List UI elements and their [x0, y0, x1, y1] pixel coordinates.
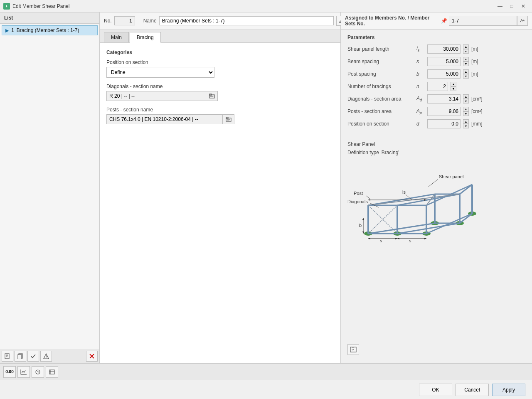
tab-main[interactable]: Main	[104, 32, 129, 42]
assigned-action-button[interactable]	[517, 16, 528, 26]
posts-area-up[interactable]: ▲	[463, 107, 469, 111]
assigned-label: Assigned to Members No. / Member Sets No…	[345, 15, 437, 27]
title-bar: ✦ Edit Member Shear Panel — □ ✕	[0, 0, 532, 12]
svg-text:s: s	[380, 238, 382, 243]
num-bracings-down[interactable]: ▼	[451, 86, 456, 91]
svg-line-74	[352, 349, 353, 350]
num-bracings-input[interactable]	[427, 82, 448, 91]
tab-bracing[interactable]: Bracing	[130, 32, 161, 43]
assigned-input[interactable]	[449, 16, 517, 26]
pos-section-up[interactable]: ▲	[463, 119, 469, 124]
diag-area-down[interactable]: ▼	[463, 99, 469, 103]
new-item-button[interactable]	[2, 351, 13, 362]
svg-text:Diagonals: Diagonals	[347, 199, 368, 204]
bottom-tool-3[interactable]	[32, 366, 44, 378]
pos-section-label: Position on section	[347, 121, 414, 127]
bottom-tool-1[interactable]: 0.00	[3, 366, 16, 378]
posts-input[interactable]	[106, 114, 223, 124]
no-input[interactable]	[114, 16, 135, 25]
form-content: Categories Position on section Define Di…	[100, 43, 340, 363]
posts-area-input[interactable]	[427, 107, 461, 116]
diagram-svg: b s s Shear panel ls	[347, 160, 485, 243]
bottom-tool-2[interactable]	[17, 366, 30, 378]
list-item[interactable]: ▶ 1 Bracing (Member Sets : 1-7)	[2, 25, 98, 35]
post-spacing-sym: b	[416, 71, 425, 77]
beam-spacing-unit: [m]	[471, 59, 478, 64]
warning-button[interactable]	[40, 351, 52, 362]
shear-length-up[interactable]: ▲	[463, 44, 469, 49]
shear-length-input[interactable]	[427, 44, 461, 54]
assigned-bar: Assigned to Members No. / Member Sets No…	[341, 12, 532, 30]
categories-title: Categories	[106, 49, 334, 55]
post-spacing-input[interactable]	[427, 69, 461, 79]
parameters-panel: Parameters Shear panel length ls ▲ ▼ [m]…	[341, 30, 532, 137]
check-button[interactable]	[27, 351, 39, 362]
svg-marker-54	[362, 232, 364, 234]
diagonals-input[interactable]	[106, 91, 206, 101]
position-label: Position on section	[106, 59, 334, 65]
posts-area-down[interactable]: ▼	[463, 111, 469, 116]
apply-button[interactable]: Apply	[492, 384, 525, 396]
diag-area-sym: Ad	[416, 96, 425, 102]
pos-section-input[interactable]	[427, 119, 461, 128]
pos-section-spinners: ▲ ▼	[463, 119, 469, 128]
name-input[interactable]	[159, 16, 334, 25]
beam-spacing-up[interactable]: ▲	[463, 57, 469, 62]
beam-spacing-down[interactable]: ▼	[463, 62, 469, 66]
list-item-icon: ▶	[5, 28, 9, 33]
shear-length-spinners: ▲ ▼	[463, 44, 469, 54]
pos-section-row: Position on section d ▲ ▼ [mm]	[347, 119, 525, 128]
no-group: No.	[104, 16, 135, 25]
position-row: Position on section Define	[106, 59, 334, 78]
diag-area-up[interactable]: ▲	[463, 94, 469, 99]
diagonals-browse-button[interactable]	[206, 91, 218, 101]
svg-rect-5	[18, 355, 22, 359]
list-item-name: Bracing (Member Sets : 1-7)	[17, 27, 79, 33]
delete-button[interactable]	[86, 351, 98, 362]
minimize-button[interactable]: —	[495, 2, 505, 10]
posts-area-label: Posts - section area	[347, 108, 414, 114]
bottom-tool-4[interactable]	[46, 366, 58, 378]
beam-spacing-input[interactable]	[427, 57, 461, 66]
no-label: No.	[104, 18, 112, 24]
list-toolbar	[0, 349, 99, 363]
cancel-button[interactable]: Cancel	[456, 384, 489, 396]
shear-length-down[interactable]: ▼	[463, 49, 469, 54]
pos-section-down[interactable]: ▼	[463, 124, 469, 128]
post-spacing-row: Post spacing b ▲ ▼ [m]	[347, 69, 525, 79]
posts-browse-button[interactable]	[223, 114, 234, 124]
diag-area-input[interactable]	[427, 94, 461, 103]
duplicate-button[interactable]	[15, 351, 26, 362]
list-area: ▶ 1 Bracing (Member Sets : 1-7)	[0, 24, 99, 349]
svg-marker-58	[368, 238, 370, 239]
maximize-button[interactable]: □	[506, 2, 517, 10]
diagram-export-button[interactable]	[347, 344, 359, 355]
post-spacing-up[interactable]: ▲	[463, 69, 469, 74]
close-button[interactable]: ✕	[518, 2, 529, 10]
pos-section-sym: d	[416, 121, 425, 127]
diag-area-unit: [cm²]	[471, 96, 483, 102]
posts-row: Posts - section name	[106, 107, 334, 124]
svg-point-8	[46, 357, 47, 358]
num-bracings-up[interactable]: ▲	[451, 82, 456, 86]
post-spacing-down[interactable]: ▼	[463, 74, 469, 79]
list-panel: List ▶ 1 Bracing (Member Sets : 1-7)	[0, 12, 100, 363]
post-spacing-spinners: ▲ ▼	[463, 69, 469, 79]
shear-length-label: Shear panel length	[347, 46, 414, 52]
diagonals-label: Diagonals - section name	[106, 84, 334, 89]
num-bracings-spinners: ▲ ▼	[451, 82, 456, 91]
num-bracings-row: Number of bracings n ▲ ▼	[347, 82, 525, 91]
bottom-toolbar: 0.00	[0, 363, 532, 380]
post-spacing-label: Post spacing	[347, 71, 414, 77]
posts-area-unit: [cm²]	[471, 108, 483, 114]
shear-length-row: Shear panel length ls ▲ ▼ [m]	[347, 44, 525, 54]
posts-area-sym: Ap	[416, 108, 425, 115]
position-select[interactable]: Define	[106, 67, 214, 78]
svg-marker-62	[397, 238, 399, 239]
svg-line-75	[353, 349, 354, 350]
name-label: Name	[143, 18, 157, 24]
ok-button[interactable]: OK	[419, 384, 452, 396]
list-header: List	[0, 12, 99, 24]
beam-spacing-sym: s	[416, 59, 425, 64]
num-bracings-sym: n	[416, 84, 425, 89]
